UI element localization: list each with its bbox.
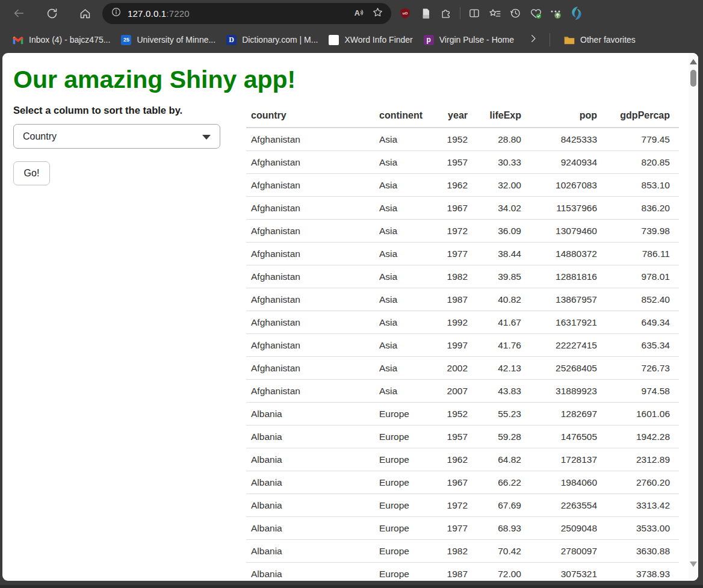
cell-year: 1992 <box>430 311 472 334</box>
column-select[interactable]: Country <box>13 124 220 149</box>
cell-continent: Asia <box>374 288 430 311</box>
copilot-icon <box>569 5 584 21</box>
cell-country: Afghanistan <box>246 334 374 357</box>
cell-gdpPercap: 2760.20 <box>602 471 679 494</box>
vertical-scrollbar[interactable] <box>689 53 698 581</box>
cell-lifeExp: 70.42 <box>472 540 526 563</box>
cell-continent: Asia <box>374 357 430 380</box>
cell-lifeExp: 55.23 <box>472 403 526 426</box>
cell-pop: 13867957 <box>526 288 602 311</box>
go-button[interactable]: Go! <box>13 161 50 185</box>
favorites-button[interactable] <box>485 3 505 23</box>
cell-country: Afghanistan <box>246 311 374 334</box>
cell-continent: Asia <box>374 197 430 220</box>
read-aloud-button[interactable]: A <box>350 4 368 22</box>
table-row: AfghanistanAsia196232.0010267083853.10 <box>246 174 679 197</box>
toolbar-extensions-area: uO <box>395 3 589 23</box>
folder-icon <box>564 36 575 45</box>
browser-window: { "browser": { "url": { "host": "127.0.0… <box>0 0 703 588</box>
extensions-button[interactable] <box>436 3 456 23</box>
dictionary-icon: D <box>226 35 237 45</box>
history-clock-icon <box>509 7 521 19</box>
url-bar[interactable]: 127.0.0.1:7220 A <box>102 3 391 24</box>
cell-gdpPercap: 3313.42 <box>602 494 679 517</box>
page-document-button[interactable] <box>415 3 436 23</box>
scroll-down-button[interactable] <box>690 562 697 567</box>
split-screen-button[interactable] <box>464 3 485 23</box>
column-header-country: country <box>246 104 374 128</box>
table-row: AfghanistanAsia195228.808425333779.45 <box>246 128 679 151</box>
bookmark-item-virgin-pulse[interactable]: p Virgin Pulse - Home <box>418 31 519 49</box>
cell-pop: 1728137 <box>526 448 602 471</box>
split-screen-icon <box>468 7 480 19</box>
ublock-extension-button[interactable]: uO <box>395 3 415 23</box>
more-bookmarks-button[interactable] <box>528 33 539 46</box>
history-button[interactable] <box>505 3 525 23</box>
settings-more-button[interactable] <box>546 3 566 23</box>
cell-pop: 9240934 <box>526 151 602 174</box>
cell-country: Afghanistan <box>246 357 374 380</box>
document-icon <box>420 8 432 19</box>
cell-pop: 25268405 <box>526 357 602 380</box>
bookmark-label: Inbox (4) - bajcz475... <box>29 35 110 45</box>
cell-country: Afghanistan <box>246 243 374 265</box>
copilot-button[interactable] <box>566 3 587 23</box>
cell-lifeExp: 72.00 <box>472 563 526 581</box>
cell-country: Afghanistan <box>246 197 374 220</box>
bookmark-item-xword[interactable]: XWord Info Finder <box>323 31 418 49</box>
svg-text:A: A <box>355 8 360 17</box>
scroll-up-button[interactable] <box>690 59 697 64</box>
bookmark-item-inbox[interactable]: Inbox (4) - bajcz475... <box>7 31 116 49</box>
back-button[interactable] <box>8 3 29 23</box>
heart-check-icon <box>530 7 542 20</box>
table-row: AfghanistanAsia200743.8331889923974.58 <box>246 380 679 403</box>
cell-pop: 2509048 <box>526 517 602 540</box>
cell-pop: 31889923 <box>526 380 602 403</box>
cell-gdpPercap: 649.34 <box>602 311 679 334</box>
table-row: AlbaniaEurope198772.0030753213738.93 <box>246 563 679 581</box>
cell-pop: 12881816 <box>526 265 602 288</box>
cell-continent: Europe <box>374 540 430 563</box>
bookmark-label: University of Minne... <box>137 35 215 45</box>
table-row: AlbaniaEurope198270.4227800973630.88 <box>246 540 679 563</box>
cell-year: 1997 <box>430 334 472 357</box>
cell-lifeExp: 67.69 <box>472 494 526 517</box>
cell-pop: 1476505 <box>526 426 602 448</box>
svg-text:uO: uO <box>403 11 408 15</box>
select-value: Country <box>23 131 57 142</box>
table-row: AfghanistanAsia197236.0913079460739.98 <box>246 220 679 243</box>
cell-gdpPercap: 635.34 <box>602 334 679 357</box>
table-row: AfghanistanAsia197738.4414880372786.11 <box>246 243 679 265</box>
home-button[interactable] <box>75 3 95 23</box>
cell-year: 1962 <box>430 448 472 471</box>
cell-gdpPercap: 779.45 <box>602 128 679 151</box>
cell-country: Albania <box>246 448 374 471</box>
cell-continent: Asia <box>374 174 430 197</box>
bookmarks-divider <box>550 33 550 46</box>
cell-year: 2002 <box>430 357 472 380</box>
bookmark-item-university[interactable]: 25 University of Minne... <box>116 31 221 49</box>
favorite-star-button[interactable] <box>368 4 386 22</box>
cell-gdpPercap: 726.73 <box>602 357 679 380</box>
cell-gdpPercap: 2312.89 <box>602 448 679 471</box>
refresh-button[interactable] <box>42 3 62 23</box>
site-info-icon[interactable] <box>111 7 122 20</box>
cell-lifeExp: 40.82 <box>472 288 526 311</box>
data-table-container: countrycontinentyearlifeExppopgdpPercap … <box>246 104 679 581</box>
cell-continent: Europe <box>374 471 430 494</box>
other-favorites-button[interactable]: Other favorites <box>559 31 641 49</box>
cell-lifeExp: 30.33 <box>472 151 526 174</box>
cell-continent: Europe <box>374 494 430 517</box>
scrollbar-thumb[interactable] <box>690 70 696 87</box>
cell-country: Albania <box>246 563 374 581</box>
cell-lifeExp: 28.80 <box>472 128 526 151</box>
cell-year: 1977 <box>430 243 472 265</box>
column-header-lifeExp: lifeExp <box>472 104 526 128</box>
cell-lifeExp: 66.22 <box>472 471 526 494</box>
bookmark-item-dictionary[interactable]: D Dictionary.com | M... <box>221 31 323 49</box>
cell-gdpPercap: 853.10 <box>602 174 679 197</box>
bookmark-label: Dictionary.com | M... <box>242 35 318 45</box>
cell-continent: Asia <box>374 220 430 243</box>
cell-gdpPercap: 3630.88 <box>602 540 679 563</box>
browser-essentials-button[interactable] <box>525 3 546 23</box>
